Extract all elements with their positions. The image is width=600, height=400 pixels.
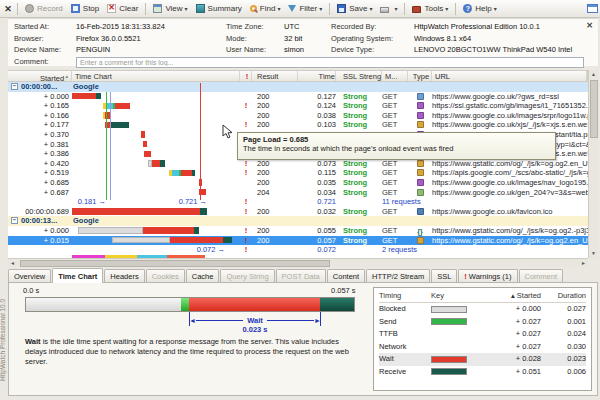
- timing-col-key[interactable]: Key: [431, 290, 491, 302]
- content-type-cell: {}: [408, 226, 432, 236]
- hscroll-thumb[interactable]: [20, 260, 330, 267]
- comment-input[interactable]: [76, 57, 584, 68]
- status-code: 200: [252, 168, 298, 178]
- key-swatch-wait: [431, 356, 467, 363]
- tab-cache[interactable]: Cache: [186, 269, 220, 283]
- key-swatch-send: [431, 318, 467, 325]
- toolbar-button-summary[interactable]: Summary: [192, 2, 246, 15]
- info-label: Mode:: [226, 33, 284, 45]
- scroll-down-icon[interactable]: ▼: [589, 249, 598, 258]
- timing-row-send[interactable]: Send+ 0.0270.001: [379, 316, 586, 329]
- summary-icon: [196, 4, 205, 13]
- collapse-icon[interactable]: −: [11, 217, 18, 224]
- scroll-left-icon[interactable]: ◄: [10, 259, 15, 267]
- timing-row-wait[interactable]: Wait+ 0.0280.023: [379, 353, 586, 366]
- column-header-started[interactable]: Started ▴: [8, 71, 72, 81]
- timing-col-duration[interactable]: Duration: [541, 290, 586, 302]
- branding-vertical-text: HttpWatch Professional 10.0: [0, 284, 9, 396]
- timing-table-header[interactable]: TimingKey▴ StartedDuration: [379, 290, 586, 303]
- timing-row-receive[interactable]: Receive+ 0.0510.006: [379, 366, 586, 379]
- scroll-right-icon[interactable]: ►: [581, 259, 586, 267]
- toolbar-button-view[interactable]: View▾: [149, 2, 191, 15]
- timing-segment-blocked: [112, 237, 170, 243]
- toolbar-button-tools[interactable]: Tools▾: [408, 2, 452, 15]
- page-group-row[interactable]: −00:00:13...Google: [8, 216, 588, 226]
- timing-row-ttfb[interactable]: TTFB+ 0.0270.024: [379, 328, 586, 341]
- tab-comment[interactable]: Comment: [519, 269, 564, 283]
- tab-query-string[interactable]: Query String: [220, 269, 274, 283]
- toolbar-button-clear[interactable]: Clear: [103, 2, 142, 15]
- info-label: Device Type:: [331, 44, 414, 56]
- timing-segment-wait: [170, 237, 223, 243]
- column-header-sslstrength[interactable]: SSL Strength: [336, 71, 382, 81]
- column-header-url[interactable]: URL: [432, 71, 587, 81]
- request-row[interactable]: + 0.0002000.127StrongGEThttps://www.goog…: [8, 92, 588, 102]
- ssl-strength: Strong: [336, 236, 382, 246]
- request-row[interactable]: + 0.000!2000.055StrongGET{}https://www.g…: [8, 226, 588, 236]
- request-row[interactable]: + 0.519!2000.115StrongGEThttps://apis.go…: [8, 168, 588, 178]
- request-row[interactable]: 00:00:00.689!2000.032StrongGEThttps://ww…: [8, 207, 588, 217]
- timing-row-blocked[interactable]: Blocked+ 0.0000.027: [379, 303, 586, 316]
- column-header-type[interactable]: Type: [408, 71, 432, 81]
- stop-icon: [71, 4, 80, 13]
- vscroll-thumb[interactable]: [590, 80, 598, 138]
- column-header-[interactable]: !: [240, 71, 252, 81]
- request-row[interactable]: + 0.420!2000.073StrongGEThttps://www.gst…: [8, 159, 588, 169]
- column-header-result[interactable]: Result: [252, 71, 298, 81]
- warning-icon: !: [240, 197, 252, 207]
- content-type-cell: [408, 178, 432, 188]
- toolbar-button-help[interactable]: Help▾: [459, 2, 500, 15]
- column-header-time[interactable]: Time: [298, 71, 336, 81]
- tab-headers[interactable]: Headers: [104, 269, 144, 283]
- tab-http-2-stream[interactable]: HTTP/2 Stream: [366, 269, 430, 283]
- request-row[interactable]: + 0.1662000.038StrongGEThttps://www.goog…: [8, 111, 588, 121]
- timing-row-network[interactable]: Network+ 0.0270.030: [379, 341, 586, 354]
- info-close-icon[interactable]: ✕: [586, 21, 593, 30]
- panel-close-icon[interactable]: ✕: [2, 4, 14, 14]
- window-restore-icon[interactable]: [587, 4, 598, 13]
- toolbar-button-print[interactable]: ▾: [376, 3, 401, 15]
- info-value: 16-Feb-2015 18:31:33.824: [76, 21, 226, 33]
- timing-name: Wait: [379, 353, 431, 366]
- sort-asc-icon: ▴: [511, 291, 517, 300]
- horizontal-scrollbar[interactable]: ◄ ►: [8, 258, 588, 267]
- tab-overview[interactable]: Overview: [8, 269, 51, 283]
- tab-label: POST Data: [282, 272, 320, 281]
- collapse-icon[interactable]: −: [11, 83, 18, 90]
- tab-content[interactable]: Content: [327, 269, 365, 283]
- tab-cookies[interactable]: Cookies: [146, 269, 185, 283]
- request-row[interactable]: + 0.6872040.034StrongGEThttps://www.goog…: [8, 188, 588, 198]
- ssl-strong-label: Strong: [343, 92, 367, 101]
- tab-ssl[interactable]: SSL: [431, 269, 457, 283]
- vertical-scrollbar[interactable]: ▲ ▼: [588, 70, 598, 258]
- toolbar-label: Filter: [299, 4, 317, 13]
- tab-post-data[interactable]: POST Data: [276, 269, 326, 283]
- toolbar-button-stop[interactable]: Stop: [67, 2, 103, 15]
- status-code: 200: [252, 236, 298, 246]
- request-time: 0.034: [298, 188, 336, 198]
- toolbar-button-find[interactable]: Find▾: [246, 2, 285, 15]
- comment-row: Comment:: [8, 57, 598, 68]
- request-row[interactable]: + 0.165!2000.124StrongGEThttps://ssl.gst…: [8, 101, 588, 111]
- timing-col-timing[interactable]: Timing: [379, 290, 431, 302]
- favicon-icon: [417, 208, 424, 215]
- page-group-row[interactable]: −00:00:00...Google: [8, 82, 588, 92]
- warning-icon: !: [240, 159, 252, 169]
- request-row[interactable]: + 0.015!2000.057StrongGEThttps://www.gst…: [8, 236, 588, 246]
- tab-warnings-1-[interactable]: !Warnings (1): [458, 269, 517, 283]
- scroll-up-icon[interactable]: ▲: [589, 70, 598, 79]
- toolbar-button-filter[interactable]: Filter▾: [284, 2, 326, 15]
- request-started: + 0.015: [8, 236, 72, 246]
- timing-duration: 0.030: [541, 341, 586, 354]
- grid-header[interactable]: Started ▴Time Chart!ResultTimeSSL Streng…: [8, 70, 588, 82]
- request-row[interactable]: + 0.6852000.035StrongGEThttps://www.goog…: [8, 178, 588, 188]
- column-header-timechart[interactable]: Time Chart: [72, 71, 240, 81]
- chevron-down-icon: ▾: [277, 5, 280, 12]
- column-header-m[interactable]: M...: [382, 71, 408, 81]
- timing-col-started[interactable]: ▴ Started: [491, 290, 541, 302]
- toolbar-button-save[interactable]: Save▾: [333, 2, 376, 15]
- toolbar-button-record[interactable]: Record: [21, 2, 67, 15]
- content-type-cell: [408, 168, 432, 178]
- tab-time-chart[interactable]: Time Chart: [52, 268, 103, 283]
- request-row[interactable]: + 0.177!2000.103StrongGEThttps://www.goo…: [8, 120, 588, 130]
